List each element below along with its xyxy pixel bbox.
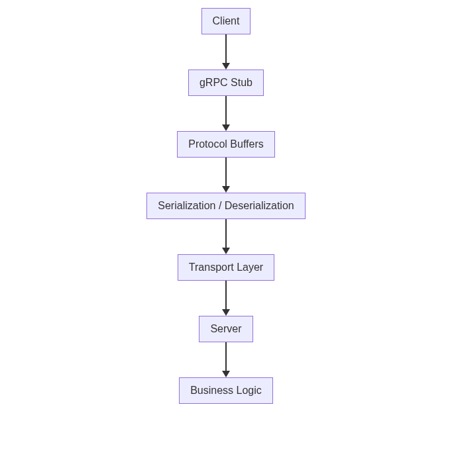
edge-line xyxy=(225,281,227,310)
edge-line xyxy=(225,219,227,248)
arrowhead-icon xyxy=(222,186,230,193)
edge-protocol-buffers-to-serialization xyxy=(222,158,230,193)
arrowhead-icon xyxy=(222,63,230,70)
arrowhead-icon xyxy=(222,309,230,316)
node-protocol-buffers: Protocol Buffers xyxy=(177,131,275,158)
edge-grpc-stub-to-protocol-buffers xyxy=(222,96,230,131)
node-client: Client xyxy=(201,8,251,34)
node-serialization: Serialization / Deserialization xyxy=(146,193,305,219)
node-transport-layer: Transport Layer xyxy=(178,254,274,281)
edge-transport-layer-to-server xyxy=(222,281,230,316)
node-grpc-stub: gRPC Stub xyxy=(188,70,264,96)
arrowhead-icon xyxy=(222,124,230,131)
edge-serialization-to-transport-layer xyxy=(222,219,230,254)
flowchart: Client gRPC Stub Protocol Buffers Serial… xyxy=(0,0,452,476)
edge-server-to-business-logic xyxy=(222,342,230,377)
arrowhead-icon xyxy=(222,248,230,254)
edge-line xyxy=(225,342,227,371)
arrowhead-icon xyxy=(222,371,230,377)
edge-line xyxy=(225,34,227,64)
node-server: Server xyxy=(199,316,253,342)
node-business-logic: Business Logic xyxy=(179,377,273,404)
edge-line xyxy=(225,158,227,187)
edge-client-to-grpc-stub xyxy=(222,34,230,70)
edge-line xyxy=(225,96,227,125)
